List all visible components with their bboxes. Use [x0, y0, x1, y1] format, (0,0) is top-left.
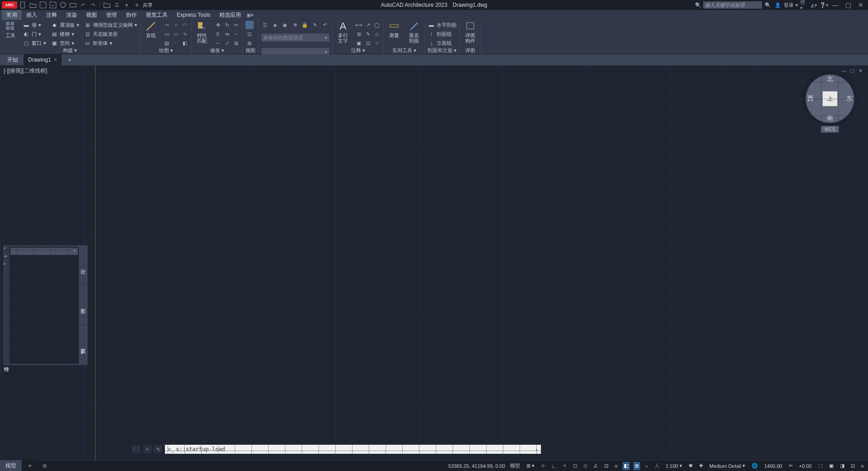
stair-button[interactable]: ▤楼梯▾ — [51, 30, 79, 38]
sb-3dosnap-icon[interactable]: ◇ — [582, 462, 588, 470]
wcs-badge[interactable]: WCS — [821, 126, 839, 133]
view1-icon[interactable] — [246, 21, 254, 29]
point-icon[interactable]: · — [172, 39, 179, 47]
prop-tab-design[interactable]: 设计 — [79, 246, 87, 285]
sb-annovis-icon[interactable]: ✱ — [687, 462, 694, 470]
viewport-label[interactable]: [-][俯视][二维线框] — [4, 67, 47, 75]
app-logo[interactable]: ARC — [2, 1, 17, 9]
anno4-icon[interactable]: ⊡ — [364, 39, 371, 47]
qat-redo-icon[interactable]: ↷ — [89, 1, 97, 9]
vsection-button[interactable]: 垂直 剖面 — [406, 21, 422, 43]
autodesk-icon[interactable]: ◭▾ — [810, 1, 818, 9]
panel-pin-icon[interactable]: ⇥ — [3, 254, 10, 259]
hsection-button[interactable]: ▬水平剖面 — [428, 21, 457, 29]
qat-saveas-icon[interactable] — [49, 1, 57, 9]
table-icon[interactable]: ⊞ — [355, 30, 362, 38]
sb-lwt-icon[interactable]: ≡ — [613, 462, 619, 470]
sb-globe-icon[interactable]: 🌐 — [750, 462, 759, 470]
workspace[interactable]: [-][俯视][二维线框] — ▢ ✕ 北 南 东 西 上 WCS × ⇥ ≡ … — [0, 65, 868, 460]
region-icon[interactable]: ◧ — [181, 39, 188, 47]
layeroff-icon[interactable]: ◉ — [281, 21, 289, 29]
window-button[interactable]: ▢窗口▾ — [23, 39, 46, 47]
viewcube-east[interactable]: 东 — [846, 95, 853, 103]
vp-min-icon[interactable]: — — [841, 68, 847, 74]
sb-snap-icon[interactable]: ⊹ — [540, 462, 546, 470]
layermatch-icon[interactable]: ✎ — [311, 21, 318, 29]
layerlock-icon[interactable]: 🔒 — [301, 21, 309, 29]
detailcomp-button[interactable]: 详图 构件 — [463, 21, 478, 43]
viewcube-south[interactable]: 南 — [827, 114, 833, 122]
sb-hw-icon[interactable]: ▣ — [828, 462, 835, 470]
sb-qp-icon[interactable]: ⊞ — [633, 462, 640, 470]
menu-collab[interactable]: 协作 — [121, 10, 141, 20]
sb-dyn-icon[interactable]: ⊡ — [603, 462, 610, 470]
cmd-grip-icon[interactable]: ⋮⋮ — [132, 445, 140, 453]
menu-featured[interactable]: 精选应用 — [215, 10, 246, 20]
roofslab-button[interactable]: ◆屋顶板▾ — [51, 21, 79, 29]
polyline-icon[interactable]: ⤳ — [163, 21, 170, 29]
sb-clean-icon[interactable]: ⊡ — [849, 462, 856, 470]
layeriso-icon[interactable]: ◈ — [271, 21, 279, 29]
properties-type-dropdown[interactable] — [10, 248, 78, 255]
copy-icon[interactable]: ⎘ — [214, 30, 222, 38]
hatch-icon[interactable]: ▨ — [163, 39, 170, 47]
menu-view[interactable]: 视图 — [82, 10, 101, 20]
menu-visual[interactable]: 视觉工具 — [141, 10, 172, 20]
qat-folder-icon[interactable] — [103, 1, 111, 9]
share-label[interactable]: 共享 — [143, 2, 153, 9]
sb-annoscale-icon[interactable]: ⟐ — [644, 462, 650, 470]
sb-cut[interactable]: +0.00 — [798, 462, 813, 470]
layer-state-dropdown[interactable]: 未保存的图层状态▾ — [261, 34, 329, 42]
sb-grid-icon[interactable]: ⊞ ▾ — [525, 462, 536, 470]
tag-icon[interactable]: ◯ — [373, 21, 381, 29]
sb-osnap-icon[interactable]: ◻ — [572, 462, 579, 470]
layerprev-icon[interactable]: ↶ — [321, 21, 328, 29]
commandline-input[interactable]: >_ s::startup-load ▴ — [165, 445, 541, 454]
mirror-icon[interactable]: ⇋ — [223, 30, 231, 38]
sb-scale[interactable]: 1:100 ▾ — [664, 462, 684, 470]
sb-iso-icon[interactable]: ◨ — [839, 462, 846, 470]
view3-icon[interactable]: ⊞ — [246, 39, 253, 47]
scale-icon[interactable]: ⤢ — [223, 39, 231, 47]
elevline-button[interactable]: ⟂立面线 — [428, 39, 457, 47]
layerprop-icon[interactable]: ☰ — [261, 21, 269, 29]
array-icon[interactable]: ⊞ — [232, 39, 240, 47]
tools-button[interactable]: 工具 — [3, 21, 18, 38]
login-chevron-icon[interactable]: ▾ — [796, 2, 798, 8]
viewcube-west[interactable]: 西 — [807, 95, 814, 103]
spline-icon[interactable]: ∿ — [181, 30, 188, 38]
space-button[interactable]: ▦空间▾ — [51, 39, 79, 47]
sb-elev[interactable]: 1400.00 — [763, 462, 784, 470]
viewcube-north[interactable]: 北 — [827, 75, 833, 83]
qat-list-icon[interactable]: ☰ — [113, 1, 121, 9]
panel-close-icon[interactable]: × — [3, 246, 10, 251]
matchprop-button[interactable]: 特性 匹配 — [194, 21, 210, 43]
sectionline-button[interactable]: ⟊剖面线 — [428, 30, 457, 38]
sb-ortho-icon[interactable]: ∟ — [550, 462, 558, 470]
panel-menu-icon[interactable]: ≡ — [3, 261, 10, 266]
layout-tab-model[interactable]: 模型 — [0, 460, 22, 471]
view2-icon[interactable]: ⊡ — [246, 30, 253, 38]
sb-detail[interactable]: Medium Detail ▾ — [708, 462, 747, 470]
rotate-icon[interactable]: ↻ — [223, 21, 231, 29]
search-input[interactable]: 键入关键字或短语 — [703, 1, 762, 9]
sb-layout-icon[interactable]: ⊞ — [41, 462, 48, 470]
help-icon[interactable]: ❔▾ — [820, 1, 828, 9]
viewcube-top[interactable]: 上 — [822, 91, 838, 106]
move-icon[interactable]: ✥ — [214, 21, 222, 29]
menu-insert[interactable]: 插入 — [22, 10, 42, 20]
menu-annotate[interactable]: 注释 — [42, 10, 62, 20]
sb-annoadd-icon[interactable]: ✚ — [698, 462, 704, 470]
ceiling-grid-button[interactable]: ⊡天花板龙骨 — [84, 30, 137, 38]
cart-icon[interactable]: 🛒▾ — [800, 1, 808, 9]
cmd-custom-icon[interactable]: ✎ — [154, 445, 162, 453]
menu-manage[interactable]: 管理 — [101, 10, 121, 20]
login-label[interactable]: 登录 — [784, 2, 794, 9]
line-button[interactable]: 直线 — [143, 21, 159, 38]
cmd-close-icon[interactable]: × — [143, 445, 151, 453]
share-icon[interactable]: ✈ — [133, 1, 141, 9]
leader-icon[interactable]: ↗ — [364, 21, 371, 29]
search-icon[interactable]: 🔍 — [764, 1, 772, 9]
sb-model[interactable]: 模型 — [509, 462, 521, 470]
qat-dropdown-icon[interactable]: ▾ — [123, 1, 131, 9]
